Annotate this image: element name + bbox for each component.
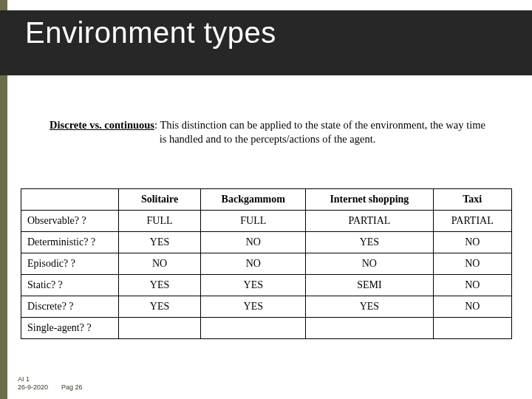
- cell: [201, 318, 306, 339]
- table-header-empty: [21, 189, 119, 211]
- table-col-backgammon: Backgammom: [201, 189, 306, 211]
- table-col-solitaire: Solitaire: [118, 189, 201, 211]
- cell: YES: [118, 275, 201, 296]
- table: Solitaire Backgammom Internet shopping T…: [21, 188, 512, 339]
- cell: YES: [201, 296, 306, 318]
- cell: YES: [118, 296, 201, 318]
- slide: Environment types Discrete vs. continuou…: [0, 0, 532, 399]
- footer: AI 1 26-9-2020Pag 26: [18, 375, 83, 392]
- definition-lead: Discrete vs. continuous: [50, 119, 154, 131]
- cell: YES: [118, 232, 201, 253]
- definition-rest: : This distinction can be applied to the…: [154, 119, 485, 145]
- table-col-taxi: Taxi: [433, 189, 511, 211]
- cell: YES: [306, 232, 433, 253]
- table-col-internet: Internet shopping: [306, 189, 433, 211]
- footer-course: AI 1: [18, 375, 83, 383]
- row-label: Static? ?: [21, 275, 119, 296]
- cell: NO: [118, 253, 201, 275]
- row-label: Deterministic? ?: [21, 232, 119, 253]
- footer-date: 26-9-2020: [18, 383, 48, 391]
- definition-paragraph: Discrete vs. continuous: This distinctio…: [46, 118, 489, 146]
- cell: YES: [306, 296, 433, 318]
- cell: [306, 318, 433, 339]
- table-row: Single-agent? ?: [21, 318, 512, 339]
- table-row: Discrete? ? YES YES YES NO: [21, 296, 512, 318]
- cell: NO: [433, 232, 511, 253]
- table-row: Static? ? YES YES SEMI NO: [21, 275, 512, 296]
- row-label: Episodic? ?: [21, 253, 119, 275]
- cell: NO: [201, 232, 306, 253]
- cell: [433, 318, 511, 339]
- body-text: Discrete vs. continuous: This distinctio…: [46, 118, 489, 146]
- row-label: Observable? ?: [21, 211, 119, 232]
- cell: YES: [201, 275, 306, 296]
- cell: SEMI: [306, 275, 433, 296]
- cell: NO: [433, 296, 511, 318]
- cell: NO: [433, 275, 511, 296]
- table-header-row: Solitaire Backgammom Internet shopping T…: [21, 189, 512, 211]
- cell: NO: [306, 253, 433, 275]
- footer-page: Pag 26: [61, 383, 83, 391]
- row-label: Single-agent? ?: [21, 318, 119, 339]
- row-label: Discrete? ?: [21, 296, 119, 318]
- cell: FULL: [201, 211, 306, 232]
- cell: PARTIAL: [433, 211, 511, 232]
- table-row: Deterministic? ? YES NO YES NO: [21, 232, 512, 253]
- cell: NO: [201, 253, 306, 275]
- table-row: Episodic? ? NO NO NO NO: [21, 253, 512, 275]
- table-row: Observable? ? FULL FULL PARTIAL PARTIAL: [21, 211, 512, 232]
- cell: FULL: [118, 211, 201, 232]
- cell: PARTIAL: [306, 211, 433, 232]
- title-band: Environment types: [0, 10, 532, 75]
- environment-table: Solitaire Backgammom Internet shopping T…: [21, 188, 512, 339]
- cell: [118, 318, 201, 339]
- page-title: Environment types: [25, 16, 276, 50]
- cell: NO: [433, 253, 511, 275]
